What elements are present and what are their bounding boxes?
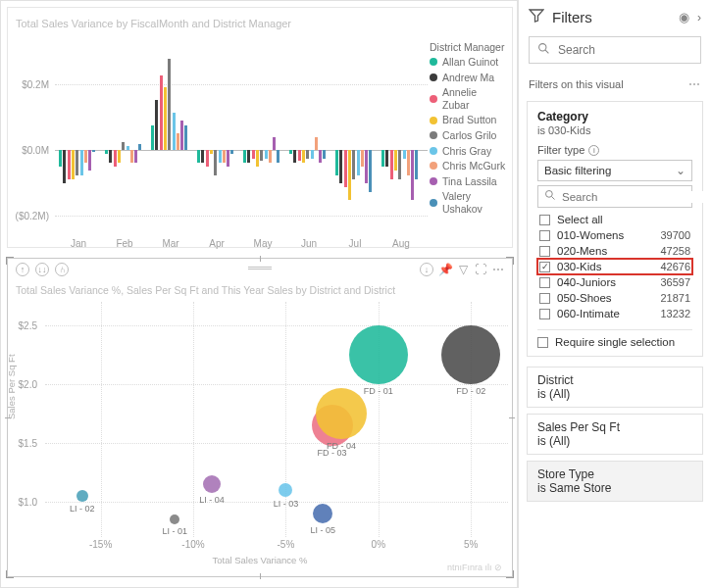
filter-option[interactable]: Select all <box>537 212 692 227</box>
legend-item[interactable]: Valery Ushakov <box>430 190 506 215</box>
checkbox-icon[interactable] <box>539 215 550 225</box>
x-tick: May <box>254 238 273 249</box>
focus-icon[interactable]: ⛶ <box>475 263 486 276</box>
search-icon <box>544 189 556 204</box>
scope-more-icon[interactable]: ⋯ <box>688 77 701 91</box>
filter-scope-label: Filters on this visual <box>529 78 624 90</box>
funnel-icon <box>529 8 544 26</box>
filters-search-input[interactable] <box>558 43 705 57</box>
legend-item[interactable]: Allan Guinot <box>430 56 506 69</box>
checkbox-icon[interactable]: ✓ <box>539 262 550 272</box>
bubble-chart-visual[interactable]: ↑ ↓↓ ⑃ ↓ 📌 ▽ ⛶ ⋯ Total Sales Variance %,… <box>7 258 513 577</box>
y-tick: $1.0 <box>19 497 37 508</box>
y-tick: $0.0M <box>22 145 49 156</box>
filter-summary: is Same Store <box>537 481 692 495</box>
bubble[interactable] <box>170 514 179 524</box>
bubble-label: LI - 05 <box>310 525 335 535</box>
bubble-label: FD - 01 <box>364 386 393 396</box>
bubble[interactable] <box>349 325 408 384</box>
y-tick: $0.2M <box>22 79 49 90</box>
bar-chart-legend: District Manager Allan GuinotAndrew MaAn… <box>430 41 506 219</box>
info-icon[interactable]: i <box>588 145 599 156</box>
bubble[interactable] <box>279 483 292 497</box>
legend-label: Tina Lassila <box>442 175 497 188</box>
filter-card-store-type[interactable]: Store Type is Same Store <box>527 461 703 502</box>
option-count: 36597 <box>656 276 690 288</box>
x-tick: Jul <box>349 238 362 249</box>
legend-swatch <box>430 95 437 103</box>
x-tick: Jan <box>71 238 86 249</box>
legend-swatch <box>430 117 437 124</box>
option-label: Select all <box>557 214 686 225</box>
checkbox-icon[interactable] <box>539 246 550 257</box>
option-count: 39700 <box>656 229 690 241</box>
legend-swatch <box>430 58 437 66</box>
view-icon[interactable]: ◉ <box>679 10 689 24</box>
bar-chart-title: Total Sales Variance by FiscalMonth and … <box>16 18 291 29</box>
x-tick: Apr <box>209 238 225 249</box>
legend-item[interactable]: Andrew Ma <box>430 72 506 84</box>
svg-line-1 <box>545 50 548 53</box>
bubble[interactable] <box>313 504 332 523</box>
filter-type-select[interactable]: Basic filtering ⌄ <box>537 160 692 181</box>
drill-down-icon[interactable]: ↓↓ <box>35 263 49 276</box>
legend-item[interactable]: Chris McGurk <box>430 160 506 172</box>
expand-icon[interactable]: ⑃ <box>55 263 69 276</box>
legend-label: Andrew Ma <box>442 72 494 84</box>
filter-option[interactable]: 050-Shoes21871 <box>537 290 692 306</box>
x-tick: -10% <box>181 539 204 550</box>
filter-option[interactable]: 020-Mens47258 <box>537 243 692 259</box>
require-single-checkbox[interactable] <box>537 337 548 348</box>
pin-icon[interactable]: 📌 <box>439 263 451 276</box>
filter-type-label: Filter type <box>537 144 584 156</box>
legend-swatch <box>430 147 437 155</box>
bubble[interactable] <box>76 490 88 502</box>
bubble-label: FD - 04 <box>327 441 356 451</box>
legend-item[interactable]: Carlos Grilo <box>430 129 506 142</box>
legend-label: Brad Sutton <box>442 114 496 126</box>
x-axis-title: Total Sales Variance % <box>8 555 512 565</box>
checkbox-icon[interactable] <box>539 309 550 319</box>
filter-card-category[interactable]: Category is 030-Kids Filter type i Basic… <box>527 101 703 357</box>
option-label: 040-Juniors <box>557 276 656 288</box>
require-single-label: Require single selection <box>555 336 675 348</box>
checkbox-icon[interactable] <box>539 293 550 304</box>
option-label: 050-Shoes <box>557 292 656 304</box>
legend-item[interactable]: Brad Sutton <box>430 114 506 126</box>
legend-item[interactable]: Annelie Zubar <box>430 86 506 111</box>
legend-swatch <box>430 162 437 170</box>
legend-item[interactable]: Tina Lassila <box>430 175 506 188</box>
bubble[interactable] <box>203 475 221 493</box>
svg-point-0 <box>539 44 546 51</box>
bubble[interactable] <box>441 325 500 384</box>
bubble-chart-plot: LI - 01LI - 02LI - 03LI - 04LI - 05FD - … <box>45 302 508 537</box>
filters-search[interactable] <box>529 36 701 64</box>
checkbox-icon[interactable] <box>539 230 550 241</box>
filter-option[interactable]: 010-Womens39700 <box>537 227 692 243</box>
collapse-icon[interactable]: › <box>697 11 701 24</box>
filter-option[interactable]: 040-Juniors36597 <box>537 274 692 290</box>
filter-card-district[interactable]: District is (All) <box>527 367 703 408</box>
y-tick: $1.5 <box>19 438 37 449</box>
filter-option[interactable]: 060-Intimate13232 <box>537 306 692 321</box>
legend-item[interactable]: Chris Gray <box>430 145 506 158</box>
export-icon[interactable]: ↓ <box>420 263 433 276</box>
drill-up-icon[interactable]: ↑ <box>16 263 29 276</box>
filter-values-search-input[interactable] <box>562 191 706 203</box>
filter-icon[interactable]: ▽ <box>457 263 469 276</box>
more-icon[interactable]: ⋯ <box>492 263 504 276</box>
legend-title: District Manager <box>430 41 506 53</box>
chevron-down-icon: ⌄ <box>676 164 686 177</box>
filter-card-spsf[interactable]: Sales Per Sq Ft is (All) <box>527 414 703 455</box>
y-tick: $2.5 <box>19 320 37 331</box>
legend-swatch <box>430 199 437 207</box>
bar-chart-visual[interactable]: Total Sales Variance by FiscalMonth and … <box>7 7 513 248</box>
legend-label: Annelie Zubar <box>442 86 506 111</box>
checkbox-icon[interactable] <box>539 277 550 288</box>
x-tick: Feb <box>116 238 132 249</box>
filters-pane: Filters ◉ › Filters on this visual ⋯ Cat… <box>518 0 711 588</box>
drag-handle-icon[interactable] <box>248 267 272 270</box>
filter-values-search[interactable] <box>537 185 692 208</box>
filter-option[interactable]: ✓030-Kids42676 <box>537 259 692 274</box>
bubble[interactable] <box>316 388 367 439</box>
